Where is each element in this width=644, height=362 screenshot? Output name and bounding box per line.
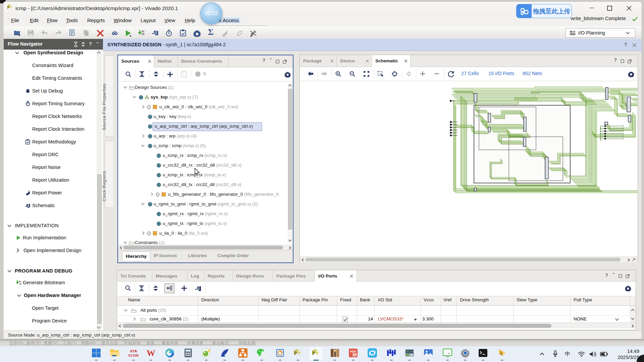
svg-text:W: W <box>147 348 155 358</box>
svg-text:PDF: PDF <box>350 350 357 353</box>
svg-text:10: 10 <box>142 33 144 36</box>
svg-text:01: 01 <box>19 281 21 283</box>
svg-text:XCOM: XCOM <box>128 353 139 357</box>
svg-text:Driver: Driver <box>407 351 414 353</box>
svg-text:10: 10 <box>19 283 21 285</box>
svg-text:ATK: ATK <box>129 349 137 353</box>
